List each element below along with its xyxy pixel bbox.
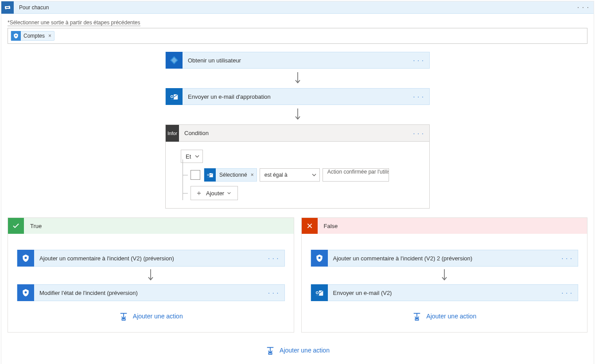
step-title: Ajouter un commentaire à l'incident (V2)… xyxy=(328,255,473,262)
step-title: Modifier l'état de l'incident (préversio… xyxy=(34,290,138,296)
false-branch-title: False xyxy=(318,223,338,229)
select-output-label: *Sélectionner une sortie à partir des ét… xyxy=(8,19,140,26)
main-flow: Obtenir un utilisateur · · · Envoyer un … xyxy=(8,52,587,358)
true-branch: True Ajouter un commentaire à l'incident… xyxy=(8,217,294,333)
step-menu[interactable]: · · · xyxy=(263,255,284,262)
output-token-box[interactable]: Comptes × xyxy=(8,28,587,44)
add-rule-label: Ajouter xyxy=(206,190,224,197)
close-icon xyxy=(302,218,318,234)
true-step-2[interactable]: Modifier l'état de l'incident (préversio… xyxy=(17,284,285,301)
comparison-operator-select[interactable]: est égal à xyxy=(260,168,320,182)
false-branch-header[interactable]: False xyxy=(302,218,587,234)
connector-arrow xyxy=(147,269,154,282)
step-menu[interactable]: · · · xyxy=(263,289,284,296)
condition-branches: True Ajouter un commentaire à l'incident… xyxy=(8,217,587,333)
sentinel-icon xyxy=(11,31,21,41)
insert-action-icon xyxy=(265,346,275,355)
outlook-icon xyxy=(311,284,328,301)
step-menu[interactable]: · · · xyxy=(556,289,578,296)
tree-line xyxy=(181,186,191,200)
insert-action-icon xyxy=(119,312,128,321)
add-rule-row: ＋ Ajouter xyxy=(181,186,417,200)
add-action-label: Ajouter une action xyxy=(280,347,330,354)
token-label: Sélectionné xyxy=(216,172,251,178)
connector-arrow xyxy=(294,72,301,85)
false-branch: False Ajouter un commentaire à l'inciden… xyxy=(301,217,588,333)
sentinel-icon xyxy=(311,250,328,267)
chevron-down-icon xyxy=(194,154,200,159)
foreach-title: Pour chacun xyxy=(14,4,49,11)
plus-icon: ＋ xyxy=(195,189,202,198)
step-title: Envoyer un e-mail (V2) xyxy=(328,290,392,296)
condition-tag-icon: Infor xyxy=(166,125,179,142)
sentinel-icon xyxy=(17,284,34,301)
condition-menu[interactable]: · · · xyxy=(408,130,429,137)
foreach-container: Pour chacun · · · *Sélectionner une sort… xyxy=(1,1,594,364)
foreach-menu-button[interactable]: · · · xyxy=(573,4,594,12)
step-send-approval[interactable]: Envoyer un e-mail d'approbation · · · xyxy=(165,88,430,105)
azure-ad-icon xyxy=(166,52,183,69)
foreach-body: *Sélectionner une sortie à partir des ét… xyxy=(1,14,594,364)
true-branch-header[interactable]: True xyxy=(8,218,294,234)
bottom-add-row: Ajouter une action xyxy=(265,346,330,355)
sentinel-icon xyxy=(17,250,34,267)
chevron-down-icon xyxy=(311,172,317,178)
true-branch-body: Ajouter un commentaire à l'incident (V2)… xyxy=(8,234,294,332)
token-label: Comptes xyxy=(23,33,45,39)
operator-label: est égal à xyxy=(264,172,288,178)
rule-checkbox[interactable] xyxy=(191,170,200,180)
check-icon xyxy=(8,218,24,234)
connector-arrow xyxy=(294,108,301,121)
foreach-add-action[interactable]: Ajouter une action xyxy=(265,346,330,355)
condition-header[interactable]: Infor Condition · · · xyxy=(166,125,429,142)
step-menu[interactable]: · · · xyxy=(408,93,429,100)
add-action-label: Ajouter une action xyxy=(426,313,476,320)
outlook-icon xyxy=(204,168,216,182)
add-action-label: Ajouter une action xyxy=(133,313,183,320)
step-title: Obtenir un utilisateur xyxy=(183,57,241,64)
step-get-user[interactable]: Obtenir un utilisateur · · · xyxy=(165,52,430,69)
false-branch-body: Ajouter un commentaire à l'incident (V2)… xyxy=(302,234,587,332)
false-step-2[interactable]: Envoyer un e-mail (V2) · · · xyxy=(311,284,579,301)
condition-card: Infor Condition · · · Et xyxy=(165,124,430,209)
true-add-action[interactable]: Ajouter une action xyxy=(119,312,183,321)
selected-option-token[interactable]: Sélectionné × xyxy=(204,168,257,182)
false-add-action[interactable]: Ajouter une action xyxy=(412,312,476,321)
condition-title: Condition xyxy=(179,130,209,136)
logic-operator-select[interactable]: Et xyxy=(181,150,203,163)
true-branch-title: True xyxy=(24,223,42,229)
token-remove[interactable]: × xyxy=(48,33,51,39)
token-comptes[interactable]: Comptes × xyxy=(11,31,54,41)
insert-action-icon xyxy=(412,312,422,321)
step-menu[interactable]: · · · xyxy=(556,255,578,262)
token-remove[interactable]: × xyxy=(251,172,257,178)
step-title: Ajouter un commentaire à l'incident (V2)… xyxy=(34,255,174,262)
connector-arrow xyxy=(441,269,448,282)
loop-icon xyxy=(1,1,14,14)
logic-operator-label: Et xyxy=(186,153,191,160)
condition-body: Et Sélectionné × xyxy=(166,142,429,208)
true-step-1[interactable]: Ajouter un commentaire à l'incident (V2)… xyxy=(17,250,285,267)
false-step-1[interactable]: Ajouter un commentaire à l'incident (V2)… xyxy=(311,250,579,267)
chevron-down-icon xyxy=(227,191,231,195)
outlook-icon xyxy=(166,88,183,105)
add-rule-button[interactable]: ＋ Ajouter xyxy=(191,186,238,200)
step-menu[interactable]: · · · xyxy=(408,57,429,64)
foreach-header[interactable]: Pour chacun · · · xyxy=(1,1,594,14)
step-title: Envoyer un e-mail d'approbation xyxy=(183,93,271,100)
comparison-value-input[interactable]: Action confirmée par l'utilisateur xyxy=(323,168,389,182)
condition-rule-row: Sélectionné × est égal à Action confirmé… xyxy=(181,168,417,182)
